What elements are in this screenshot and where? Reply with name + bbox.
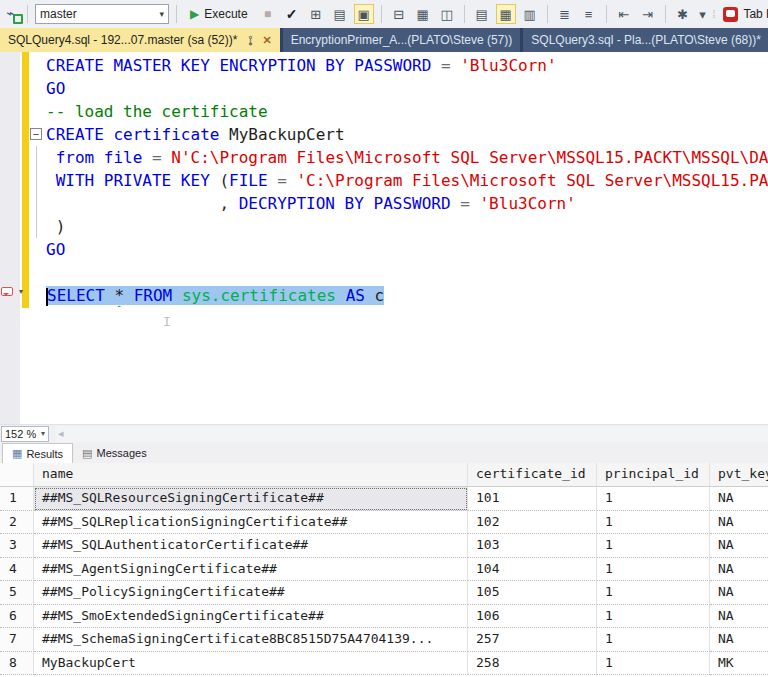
horizontal-scrollbar[interactable]: ◂ bbox=[55, 426, 768, 442]
document-tab-1[interactable]: SQLQuery4.sql - 192...07.master (sa (52)… bbox=[0, 28, 280, 52]
grid-cell[interactable]: NA bbox=[710, 511, 768, 535]
row-number-cell[interactable]: 4 bbox=[0, 558, 34, 582]
pin-icon[interactable]: ⊶ bbox=[244, 35, 257, 46]
grid-cell[interactable]: 1 bbox=[597, 628, 710, 652]
row-number-cell[interactable]: 5 bbox=[0, 581, 34, 605]
uncomment-lines-button[interactable]: ≡ bbox=[579, 4, 599, 24]
grid-cell[interactable]: ##MS_PolicySigningCertificate## bbox=[34, 581, 468, 605]
code-line-3[interactable]: -- load the certificate bbox=[0, 100, 768, 123]
grid-cell[interactable]: NA bbox=[710, 558, 768, 582]
decrease-indent-button[interactable]: ⇤ bbox=[614, 4, 634, 24]
grid-cell[interactable]: 1 bbox=[597, 487, 710, 511]
grid-cell[interactable]: 101 bbox=[468, 487, 597, 511]
tab-history-button[interactable]: Tab History bbox=[718, 7, 768, 22]
code-line-1[interactable]: CREATE MASTER KEY ENCRYPTION BY PASSWORD… bbox=[0, 54, 768, 77]
grid-cell[interactable]: NA bbox=[710, 534, 768, 558]
parse-query-button[interactable]: ✓ bbox=[282, 4, 302, 24]
code-line-2[interactable]: GO bbox=[0, 77, 768, 100]
grid-cell[interactable]: 103 bbox=[468, 534, 597, 558]
results-to-grid-button[interactable]: ▦ bbox=[496, 4, 516, 24]
code-token: = bbox=[142, 148, 171, 167]
results-grid[interactable]: namecertificate_idprincipal_idpvt_key1##… bbox=[0, 463, 768, 677]
grid-cell[interactable]: 1 bbox=[597, 581, 710, 605]
grid-cell[interactable]: 102 bbox=[468, 511, 597, 535]
code-line-8[interactable]: ) bbox=[0, 215, 768, 238]
estimated-plan-button[interactable]: ⊞ bbox=[306, 4, 326, 24]
row-number-cell[interactable]: 2 bbox=[0, 511, 34, 535]
zoom-level-selector[interactable]: 152 % ▾ bbox=[1, 426, 49, 442]
grid-cell[interactable]: ##MS_SQLReplicationSigningCertificate## bbox=[34, 511, 468, 535]
results-to-file-button[interactable]: ▥ bbox=[520, 4, 540, 24]
row-number-cell[interactable]: 7 bbox=[0, 628, 34, 652]
grid-cell[interactable]: 1 bbox=[597, 605, 710, 629]
grid-cell[interactable]: ##MS_SmoExtendedSigningCertificate## bbox=[34, 605, 468, 629]
code-line-6[interactable]: WITH PRIVATE KEY (FILE = 'C:\Program Fil… bbox=[0, 169, 768, 192]
column-header-certificate_id[interactable]: certificate_id bbox=[468, 463, 597, 487]
grid-cell[interactable]: ##MS_SchemaSigningCertificate8BC8515D75A… bbox=[34, 628, 468, 652]
template-parameters-button[interactable]: ✱ bbox=[673, 4, 693, 24]
database-selector-value: master bbox=[40, 7, 159, 21]
grid-cell[interactable]: 105 bbox=[468, 581, 597, 605]
code-token: = bbox=[268, 171, 297, 190]
toolbar-options-chevron[interactable]: ▾ bbox=[697, 4, 709, 24]
document-tab-2[interactable]: EncryptionPrimer_A...(PLATO\Steve (57)) bbox=[283, 28, 521, 52]
close-icon[interactable]: ✕ bbox=[262, 34, 271, 47]
grid-cell[interactable]: 1 bbox=[597, 534, 710, 558]
cancel-query-button[interactable]: ■ bbox=[258, 4, 278, 24]
row-number-cell[interactable]: 8 bbox=[0, 652, 34, 676]
grid-cell[interactable]: 106 bbox=[468, 605, 597, 629]
tab-results[interactable]: ▦ Results bbox=[2, 443, 73, 463]
row-number-cell[interactable]: 3 bbox=[0, 534, 34, 558]
column-header-principal_id[interactable]: principal_id bbox=[597, 463, 710, 487]
code-line-11[interactable]: SELECT * FROM sys.certificates AS c bbox=[0, 284, 768, 307]
code-token bbox=[46, 148, 56, 167]
row-number-cell[interactable]: 6 bbox=[0, 605, 34, 629]
code-line-10[interactable] bbox=[0, 261, 768, 284]
row-number-cell[interactable]: 1 bbox=[0, 487, 34, 511]
code-area[interactable]: CREATE MASTER KEY ENCRYPTION BY PASSWORD… bbox=[0, 54, 768, 307]
toolbar-grip[interactable]: ⁞ bbox=[713, 9, 715, 20]
query-options-button[interactable]: ▤ bbox=[330, 4, 350, 24]
grid-cell[interactable]: NA bbox=[710, 487, 768, 511]
grid-cell[interactable]: 258 bbox=[468, 652, 597, 676]
code-line-7[interactable]: , DECRYPTION BY PASSWORD = 'Blu3Corn' bbox=[0, 192, 768, 215]
grid-cell[interactable]: 257 bbox=[468, 628, 597, 652]
collapse-region-icon[interactable]: − bbox=[30, 128, 42, 140]
chevron-down-icon[interactable]: ▾ bbox=[159, 9, 164, 19]
grid-cell[interactable]: 1 bbox=[597, 511, 710, 535]
comment-lines-button[interactable]: ≣ bbox=[555, 4, 575, 24]
execute-button[interactable]: ▶ Execute bbox=[184, 3, 254, 25]
increase-indent-button[interactable]: ⇥ bbox=[638, 4, 658, 24]
database-selector[interactable]: master ▾ bbox=[35, 4, 169, 24]
code-analysis-bubble[interactable]: ▾ bbox=[1, 286, 23, 299]
actual-plan-button[interactable]: ⊟ bbox=[389, 4, 409, 24]
grid-cell[interactable]: 104 bbox=[468, 558, 597, 582]
grid-cell[interactable]: MyBackupCert bbox=[34, 652, 468, 676]
results-to-text-button[interactable]: ▤ bbox=[472, 4, 492, 24]
toolbar-separator bbox=[547, 5, 548, 23]
connect-icon[interactable] bbox=[4, 6, 20, 22]
grid-corner-cell[interactable] bbox=[0, 463, 34, 487]
tab-messages[interactable]: ▤ Messages bbox=[73, 443, 156, 463]
grid-cell[interactable]: ##MS_AgentSigningCertificate## bbox=[34, 558, 468, 582]
code-line-5[interactable]: from file = N'C:\Program Files\Microsoft… bbox=[0, 146, 768, 169]
code-token: FROM bbox=[124, 286, 182, 305]
scroll-left-icon[interactable]: ◂ bbox=[55, 427, 67, 440]
column-header-name[interactable]: name bbox=[34, 463, 468, 487]
grid-cell[interactable]: NA bbox=[710, 581, 768, 605]
code-line-9[interactable]: GO bbox=[0, 238, 768, 261]
grid-cell[interactable]: 1 bbox=[597, 652, 710, 676]
grid-cell[interactable]: 1 bbox=[597, 558, 710, 582]
grid-cell[interactable]: MK bbox=[710, 652, 768, 676]
grid-cell[interactable]: ##MS_SQLAuthenticatorCertificate## bbox=[34, 534, 468, 558]
intellisense-toggle-button[interactable]: ▣ bbox=[354, 4, 374, 24]
grid-cell[interactable]: NA bbox=[710, 628, 768, 652]
live-query-stats-button[interactable]: ▦ bbox=[413, 4, 433, 24]
grid-cell[interactable]: ##MS_SQLResourceSigningCertificate## bbox=[34, 487, 468, 511]
grid-cell[interactable]: NA bbox=[710, 605, 768, 629]
column-header-pvt_key[interactable]: pvt_key bbox=[710, 463, 768, 487]
client-statistics-button[interactable]: ◫ bbox=[437, 4, 457, 24]
code-line-4[interactable]: −CREATE certificate MyBackupCert bbox=[0, 123, 768, 146]
document-tab-3[interactable]: SQLQuery3.sql - Pla...(PLATO\Steve (68))… bbox=[523, 28, 768, 52]
sql-editor[interactable]: CREATE MASTER KEY ENCRYPTION BY PASSWORD… bbox=[0, 52, 768, 424]
